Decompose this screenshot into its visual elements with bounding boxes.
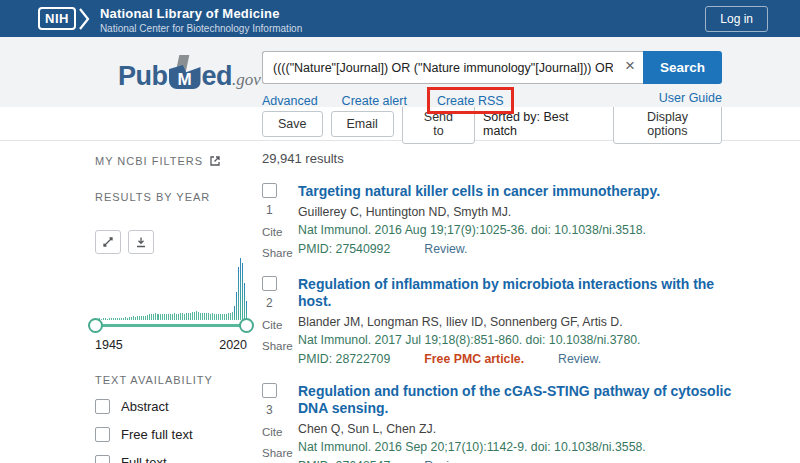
pubmed-logo-pub: Pub [118, 61, 168, 92]
result-title-link[interactable]: Regulation of inflammation by microbiota… [298, 276, 740, 310]
result-authors: Blander JM, Longman RS, Iliev ID, Sonnen… [298, 315, 740, 329]
download-icon [135, 236, 147, 248]
chart-download-button[interactable] [128, 230, 154, 254]
year-end-label: 2020 [219, 338, 247, 352]
clear-search-icon[interactable]: × [625, 56, 635, 76]
result-pmid: PMID: 27540992 [298, 242, 390, 256]
cite-button[interactable]: Cite [262, 319, 282, 331]
search-button[interactable]: Search [643, 51, 722, 84]
chart-expand-button[interactable] [95, 230, 121, 254]
results-list: 29,941 results 1 Cite Share Targeting na… [262, 151, 740, 463]
result-item-1: 1 Cite Share Targeting natural killer ce… [262, 183, 740, 259]
pubmed-logo-gov: .gov [232, 70, 261, 90]
result-1-checkbox[interactable] [262, 183, 277, 198]
result-title-link[interactable]: Targeting natural killer cells in cancer… [298, 183, 740, 200]
result-item-3: 3 Cite Share Regulation and function of … [262, 383, 740, 463]
share-button[interactable]: Share [262, 340, 293, 352]
external-link-icon [209, 155, 221, 167]
search-input[interactable] [262, 51, 643, 84]
review-link[interactable]: Review. [558, 352, 601, 366]
filter-full-text[interactable]: Full text [95, 455, 247, 463]
result-number: 3 [266, 403, 273, 417]
abstract-checkbox[interactable] [95, 399, 110, 414]
results-by-year-heading: RESULTS BY YEAR [95, 191, 247, 203]
review-link[interactable]: Review. [424, 459, 467, 463]
result-2-checkbox[interactable] [262, 276, 277, 291]
full-text-checkbox[interactable] [95, 455, 110, 463]
create-rss-annotation-box: Create RSS [427, 87, 514, 114]
nih-chevron-icon [78, 7, 90, 31]
result-3-checkbox[interactable] [262, 383, 277, 398]
result-pmid: PMID: 27648547 [298, 459, 390, 463]
filter-free-full-text[interactable]: Free full text [95, 427, 247, 442]
ncbi-subtitle: National Center for Biotechnology Inform… [100, 23, 302, 34]
result-authors: Guillerey C, Huntington ND, Smyth MJ. [298, 205, 740, 219]
my-ncbi-filters-heading[interactable]: MY NCBI FILTERS [95, 155, 247, 167]
free-pmc-label: Free PMC article. [424, 352, 524, 366]
result-citation: Nat Immunol. 2017 Jul 19;18(8):851-860. … [298, 333, 740, 347]
text-availability-heading: TEXT AVAILABILITY [95, 374, 247, 386]
save-button[interactable]: Save [262, 111, 323, 137]
advanced-link[interactable]: Advanced [262, 94, 318, 108]
results-by-year-chart: 1945 2020 [95, 258, 247, 352]
result-title-link[interactable]: Regulation and function of the cGAS-STIN… [298, 383, 740, 417]
filter-abstract[interactable]: Abstract [95, 399, 247, 414]
result-authors: Chen Q, Sun L, Chen ZJ. [298, 422, 740, 436]
cite-button[interactable]: Cite [262, 426, 282, 438]
filters-sidebar: MY NCBI FILTERS RESULTS BY YEAR [95, 155, 247, 463]
result-number: 2 [266, 296, 273, 310]
login-button[interactable]: Log in [705, 6, 768, 32]
nih-logo[interactable]: NIH [38, 7, 76, 30]
results-toolbar: Save Email Send to Sorted by: Best match… [0, 107, 800, 141]
result-citation: Nat Immunol. 2016 Sep 20;17(10):1142-9. … [298, 440, 740, 454]
results-count: 29,941 results [262, 151, 740, 166]
share-button[interactable]: Share [262, 247, 293, 259]
pubmed-logo-ed: ed [202, 61, 233, 92]
pubmed-logo[interactable]: Pub M ed .gov [118, 55, 261, 92]
create-alert-link[interactable]: Create alert [342, 94, 407, 108]
year-slider-track [95, 324, 247, 327]
nlm-title[interactable]: National Library of Medicine [100, 6, 280, 21]
cite-button[interactable]: Cite [262, 226, 282, 238]
email-button[interactable]: Email [331, 111, 394, 137]
pubmed-book-icon: M [169, 59, 201, 89]
year-range-slider [95, 318, 247, 334]
user-guide-link[interactable]: User Guide [659, 91, 722, 105]
year-slider-handle-min[interactable] [88, 318, 103, 333]
expand-icon [102, 236, 114, 248]
result-pmid: PMID: 28722709 [298, 352, 390, 366]
year-slider-handle-max[interactable] [239, 318, 254, 333]
share-button[interactable]: Share [262, 447, 293, 459]
search-section: Pub M ed .gov × Search Advanced Create a… [0, 37, 800, 107]
result-number: 1 [266, 203, 273, 217]
create-rss-link[interactable]: Create RSS [437, 94, 504, 108]
year-start-label: 1945 [95, 338, 123, 352]
display-options-button[interactable]: Display options [613, 104, 722, 144]
results-by-year-chart-bars [95, 258, 247, 320]
result-item-2: 2 Cite Share Regulation of inflammation … [262, 276, 740, 366]
nih-header: NIH National Library of Medicine Nationa… [0, 0, 800, 37]
result-citation: Nat Immunol. 2016 Aug 19;17(9):1025-36. … [298, 223, 740, 237]
free-full-text-checkbox[interactable] [95, 427, 110, 442]
review-link[interactable]: Review. [424, 242, 467, 256]
